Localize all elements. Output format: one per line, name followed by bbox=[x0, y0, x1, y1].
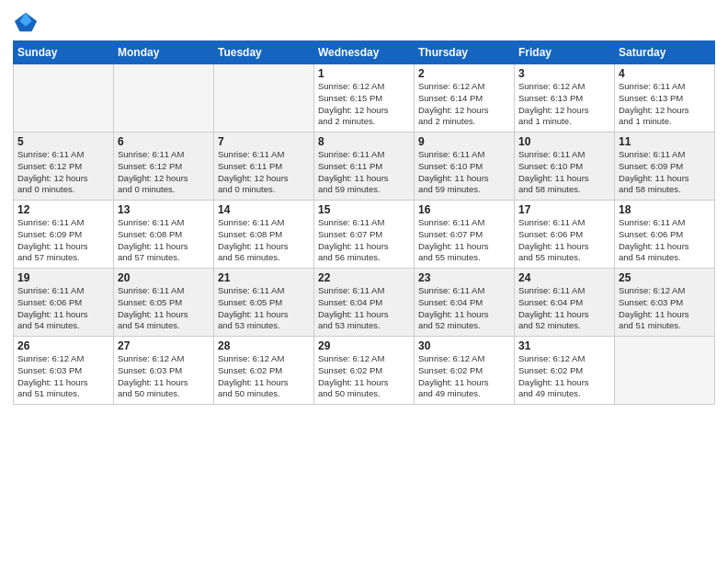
day-number: 26 bbox=[17, 339, 109, 352]
day-cell: 12Sunrise: 6:11 AMSunset: 6:09 PMDayligh… bbox=[14, 201, 114, 269]
day-info: Sunrise: 6:11 AMSunset: 6:04 PMDaylight:… bbox=[418, 285, 510, 332]
day-cell: 23Sunrise: 6:11 AMSunset: 6:04 PMDayligh… bbox=[415, 269, 515, 337]
week-row-1: 1Sunrise: 6:12 AMSunset: 6:15 PMDaylight… bbox=[14, 64, 715, 132]
day-cell bbox=[214, 64, 314, 132]
weekday-header-wednesday: Wednesday bbox=[314, 41, 415, 64]
day-cell: 2Sunrise: 6:12 AMSunset: 6:14 PMDaylight… bbox=[415, 64, 515, 132]
weekday-header-thursday: Thursday bbox=[415, 41, 515, 64]
day-cell: 24Sunrise: 6:11 AMSunset: 6:04 PMDayligh… bbox=[515, 269, 615, 337]
day-cell: 10Sunrise: 6:11 AMSunset: 6:10 PMDayligh… bbox=[515, 132, 615, 201]
day-info: Sunrise: 6:11 AMSunset: 6:08 PMDaylight:… bbox=[118, 217, 210, 264]
day-cell bbox=[615, 337, 715, 405]
day-cell: 18Sunrise: 6:11 AMSunset: 6:06 PMDayligh… bbox=[615, 201, 715, 269]
day-cell: 13Sunrise: 6:11 AMSunset: 6:08 PMDayligh… bbox=[114, 201, 214, 269]
day-info: Sunrise: 6:11 AMSunset: 6:11 PMDaylight:… bbox=[318, 149, 410, 196]
day-cell: 8Sunrise: 6:11 AMSunset: 6:11 PMDaylight… bbox=[314, 132, 415, 201]
day-info: Sunrise: 6:12 AMSunset: 6:02 PMDaylight:… bbox=[418, 353, 510, 400]
day-number: 17 bbox=[518, 203, 610, 216]
calendar: SundayMondayTuesdayWednesdayThursdayFrid… bbox=[13, 40, 715, 405]
day-number: 16 bbox=[418, 203, 510, 216]
day-number: 25 bbox=[619, 271, 711, 284]
day-cell bbox=[14, 64, 114, 132]
day-info: Sunrise: 6:11 AMSunset: 6:09 PMDaylight:… bbox=[619, 149, 711, 196]
day-number: 14 bbox=[218, 203, 310, 216]
day-info: Sunrise: 6:12 AMSunset: 6:13 PMDaylight:… bbox=[518, 81, 610, 128]
day-number: 27 bbox=[118, 339, 210, 352]
day-cell: 7Sunrise: 6:11 AMSunset: 6:11 PMDaylight… bbox=[214, 132, 314, 201]
day-cell: 26Sunrise: 6:12 AMSunset: 6:03 PMDayligh… bbox=[14, 337, 114, 405]
day-number: 11 bbox=[619, 135, 711, 148]
day-info: Sunrise: 6:11 AMSunset: 6:13 PMDaylight:… bbox=[619, 81, 711, 128]
day-info: Sunrise: 6:12 AMSunset: 6:03 PMDaylight:… bbox=[118, 353, 210, 400]
day-cell: 5Sunrise: 6:11 AMSunset: 6:12 PMDaylight… bbox=[14, 132, 114, 201]
header bbox=[13, 9, 715, 35]
day-info: Sunrise: 6:11 AMSunset: 6:10 PMDaylight:… bbox=[518, 149, 610, 196]
day-number: 13 bbox=[118, 203, 210, 216]
day-info: Sunrise: 6:12 AMSunset: 6:15 PMDaylight:… bbox=[318, 81, 410, 128]
day-cell: 17Sunrise: 6:11 AMSunset: 6:06 PMDayligh… bbox=[515, 201, 615, 269]
day-cell: 20Sunrise: 6:11 AMSunset: 6:05 PMDayligh… bbox=[114, 269, 214, 337]
day-info: Sunrise: 6:11 AMSunset: 6:11 PMDaylight:… bbox=[218, 149, 310, 196]
day-number: 10 bbox=[518, 135, 610, 148]
day-info: Sunrise: 6:11 AMSunset: 6:08 PMDaylight:… bbox=[218, 217, 310, 264]
day-info: Sunrise: 6:11 AMSunset: 6:04 PMDaylight:… bbox=[518, 285, 610, 332]
logo-icon bbox=[13, 9, 39, 35]
day-info: Sunrise: 6:11 AMSunset: 6:07 PMDaylight:… bbox=[418, 217, 510, 264]
day-info: Sunrise: 6:11 AMSunset: 6:10 PMDaylight:… bbox=[418, 149, 510, 196]
week-row-5: 26Sunrise: 6:12 AMSunset: 6:03 PMDayligh… bbox=[14, 337, 715, 405]
day-info: Sunrise: 6:12 AMSunset: 6:03 PMDaylight:… bbox=[619, 285, 711, 332]
day-number: 19 bbox=[17, 271, 109, 284]
day-cell: 28Sunrise: 6:12 AMSunset: 6:02 PMDayligh… bbox=[214, 337, 314, 405]
day-cell bbox=[114, 64, 214, 132]
day-cell: 31Sunrise: 6:12 AMSunset: 6:02 PMDayligh… bbox=[515, 337, 615, 405]
day-number: 15 bbox=[318, 203, 410, 216]
day-info: Sunrise: 6:11 AMSunset: 6:06 PMDaylight:… bbox=[17, 285, 109, 332]
day-number: 21 bbox=[218, 271, 310, 284]
day-number: 7 bbox=[218, 135, 310, 148]
day-cell: 29Sunrise: 6:12 AMSunset: 6:02 PMDayligh… bbox=[314, 337, 415, 405]
day-info: Sunrise: 6:12 AMSunset: 6:02 PMDaylight:… bbox=[318, 353, 410, 400]
day-cell: 14Sunrise: 6:11 AMSunset: 6:08 PMDayligh… bbox=[214, 201, 314, 269]
day-info: Sunrise: 6:11 AMSunset: 6:07 PMDaylight:… bbox=[318, 217, 410, 264]
day-info: Sunrise: 6:11 AMSunset: 6:06 PMDaylight:… bbox=[518, 217, 610, 264]
day-cell: 22Sunrise: 6:11 AMSunset: 6:04 PMDayligh… bbox=[314, 269, 415, 337]
day-info: Sunrise: 6:11 AMSunset: 6:06 PMDaylight:… bbox=[619, 217, 711, 264]
day-info: Sunrise: 6:11 AMSunset: 6:04 PMDaylight:… bbox=[318, 285, 410, 332]
day-number: 29 bbox=[318, 339, 410, 352]
weekday-header-sunday: Sunday bbox=[14, 41, 114, 64]
day-number: 30 bbox=[418, 339, 510, 352]
day-info: Sunrise: 6:11 AMSunset: 6:12 PMDaylight:… bbox=[17, 149, 109, 196]
day-number: 9 bbox=[418, 135, 510, 148]
week-row-4: 19Sunrise: 6:11 AMSunset: 6:06 PMDayligh… bbox=[14, 269, 715, 337]
weekday-header-friday: Friday bbox=[515, 41, 615, 64]
weekday-header-row: SundayMondayTuesdayWednesdayThursdayFrid… bbox=[14, 41, 715, 64]
day-number: 2 bbox=[418, 67, 510, 80]
day-number: 5 bbox=[17, 135, 109, 148]
page: SundayMondayTuesdayWednesdayThursdayFrid… bbox=[0, 0, 728, 563]
day-cell: 11Sunrise: 6:11 AMSunset: 6:09 PMDayligh… bbox=[615, 132, 715, 201]
day-number: 18 bbox=[619, 203, 711, 216]
weekday-header-monday: Monday bbox=[114, 41, 214, 64]
day-info: Sunrise: 6:12 AMSunset: 6:03 PMDaylight:… bbox=[17, 353, 109, 400]
day-info: Sunrise: 6:11 AMSunset: 6:05 PMDaylight:… bbox=[218, 285, 310, 332]
day-number: 23 bbox=[418, 271, 510, 284]
day-number: 22 bbox=[318, 271, 410, 284]
day-number: 12 bbox=[17, 203, 109, 216]
day-number: 20 bbox=[118, 271, 210, 284]
logo bbox=[13, 9, 42, 35]
day-number: 4 bbox=[619, 67, 711, 80]
week-row-2: 5Sunrise: 6:11 AMSunset: 6:12 PMDaylight… bbox=[14, 132, 715, 201]
day-number: 3 bbox=[518, 67, 610, 80]
day-info: Sunrise: 6:12 AMSunset: 6:02 PMDaylight:… bbox=[518, 353, 610, 400]
weekday-header-tuesday: Tuesday bbox=[214, 41, 314, 64]
day-cell: 1Sunrise: 6:12 AMSunset: 6:15 PMDaylight… bbox=[314, 64, 415, 132]
day-number: 28 bbox=[218, 339, 310, 352]
day-cell: 6Sunrise: 6:11 AMSunset: 6:12 PMDaylight… bbox=[114, 132, 214, 201]
day-cell: 25Sunrise: 6:12 AMSunset: 6:03 PMDayligh… bbox=[615, 269, 715, 337]
day-cell: 27Sunrise: 6:12 AMSunset: 6:03 PMDayligh… bbox=[114, 337, 214, 405]
day-info: Sunrise: 6:11 AMSunset: 6:05 PMDaylight:… bbox=[118, 285, 210, 332]
day-cell: 4Sunrise: 6:11 AMSunset: 6:13 PMDaylight… bbox=[615, 64, 715, 132]
day-cell: 9Sunrise: 6:11 AMSunset: 6:10 PMDaylight… bbox=[415, 132, 515, 201]
day-cell: 15Sunrise: 6:11 AMSunset: 6:07 PMDayligh… bbox=[314, 201, 415, 269]
day-cell: 21Sunrise: 6:11 AMSunset: 6:05 PMDayligh… bbox=[214, 269, 314, 337]
